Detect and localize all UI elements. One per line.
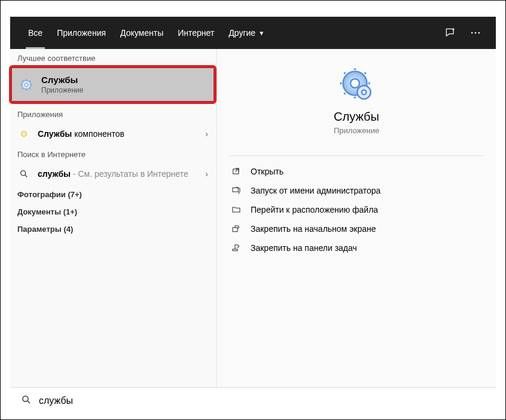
- folder-icon: [231, 204, 242, 215]
- action-label: Закрепить на панели задач: [251, 243, 357, 253]
- svg-point-1: [471, 32, 473, 34]
- svg-line-19: [28, 401, 30, 403]
- result-web-search[interactable]: службы - См. результаты в Интернете ›: [10, 163, 217, 185]
- web-section-label: Поиск в Интернете: [10, 145, 217, 163]
- action-label: Перейти к расположению файла: [251, 205, 378, 214]
- component-services-icon: [19, 128, 29, 139]
- svg-rect-17: [233, 249, 237, 251]
- svg-point-8: [21, 171, 26, 176]
- settings-group[interactable]: Параметры (4): [10, 220, 217, 237]
- preview-pane: Службы Приложение Открыть Запуск от имен…: [217, 49, 496, 387]
- result-label: Службы компонентов: [38, 129, 205, 139]
- svg-line-9: [25, 175, 27, 177]
- admin-icon: [231, 185, 242, 196]
- best-match-label: Лучшее соответствие: [10, 49, 217, 66]
- documents-group[interactable]: Документы (1+): [10, 203, 217, 220]
- best-match-item[interactable]: Службы Приложение: [9, 65, 217, 104]
- pin-taskbar-icon: [231, 243, 242, 253]
- action-label: Открыть: [251, 167, 284, 176]
- action-label: Закрепить на начальном экране: [251, 224, 376, 234]
- tab-all[interactable]: Все: [21, 17, 50, 49]
- search-bar[interactable]: [10, 387, 496, 413]
- pin-start-icon: [231, 223, 242, 234]
- result-label: службы - См. результаты в Интернете: [38, 169, 205, 179]
- search-icon: [21, 394, 32, 407]
- result-component-services[interactable]: Службы компонентов ›: [10, 122, 217, 145]
- open-icon: [231, 166, 242, 177]
- apps-section-label: Приложения: [10, 105, 217, 122]
- action-label: Запуск от имени администратора: [251, 186, 380, 195]
- svg-point-3: [478, 32, 480, 34]
- svg-point-13: [362, 90, 367, 95]
- svg-point-7: [23, 133, 25, 135]
- preview-subtitle: Приложение: [334, 126, 379, 135]
- results-pane: Лучшее соответствие Службы Приложение Пр…: [10, 49, 217, 387]
- services-icon: [20, 78, 33, 91]
- svg-rect-16: [233, 228, 237, 232]
- action-open[interactable]: Открыть: [217, 162, 496, 181]
- search-tabs: Все Приложения Документы Интернет Другие…: [10, 17, 496, 49]
- search-input[interactable]: [39, 396, 485, 406]
- svg-point-2: [475, 32, 477, 34]
- chevron-down-icon: ▼: [258, 30, 264, 36]
- action-pin-taskbar[interactable]: Закрепить на панели задач: [217, 238, 496, 257]
- search-icon: [19, 168, 29, 179]
- svg-point-5: [25, 83, 28, 87]
- chevron-right-icon: ›: [205, 129, 208, 139]
- tab-internet[interactable]: Интернет: [170, 17, 221, 49]
- svg-rect-15: [233, 188, 238, 192]
- svg-point-18: [23, 396, 28, 401]
- svg-point-11: [350, 79, 359, 88]
- best-match-subtitle: Приложение: [41, 86, 83, 94]
- tab-apps[interactable]: Приложения: [50, 17, 113, 49]
- best-match-title: Службы: [41, 75, 83, 85]
- services-app-icon: [339, 67, 374, 103]
- svg-point-0: [453, 29, 454, 30]
- photos-group[interactable]: Фотографии (7+): [10, 185, 217, 203]
- action-run-admin[interactable]: Запуск от имени администратора: [217, 181, 496, 200]
- tab-documents[interactable]: Документы: [113, 17, 170, 49]
- divider: [229, 155, 484, 156]
- more-icon[interactable]: [470, 27, 481, 39]
- feedback-icon[interactable]: [444, 27, 456, 39]
- action-open-file-location[interactable]: Перейти к расположению файла: [217, 200, 496, 219]
- chevron-right-icon: ›: [205, 169, 208, 179]
- action-pin-start[interactable]: Закрепить на начальном экране: [217, 219, 496, 238]
- tab-more[interactable]: Другие▼: [221, 17, 272, 49]
- preview-title: Службы: [334, 110, 379, 124]
